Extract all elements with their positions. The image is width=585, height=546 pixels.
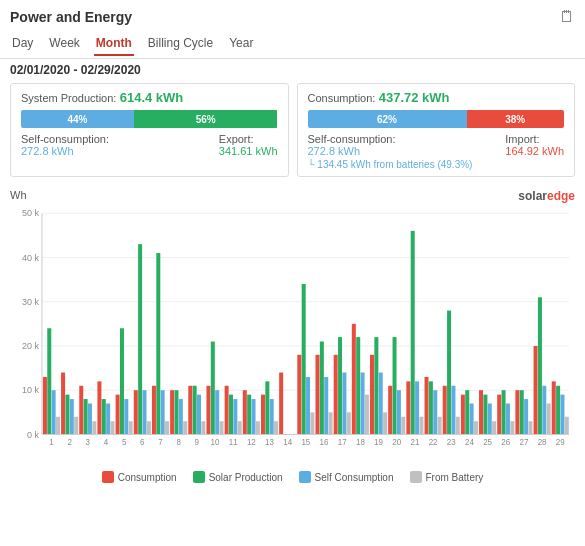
tab-year[interactable]: Year	[227, 32, 255, 56]
svg-rect-17	[61, 372, 65, 434]
svg-rect-93	[338, 337, 342, 434]
svg-rect-82	[297, 355, 301, 435]
production-bar-export: 56%	[134, 110, 278, 128]
svg-rect-39	[142, 390, 146, 434]
svg-rect-98	[356, 337, 360, 434]
svg-rect-38	[138, 244, 142, 434]
tab-billing-cycle[interactable]: Billing Cycle	[146, 32, 215, 56]
svg-rect-147	[534, 346, 538, 435]
chart-area: Wh solaredge 0 k10 k20 k30 k40 k50 k1234…	[0, 185, 585, 467]
svg-rect-15	[56, 417, 60, 435]
production-card: System Production: 614.4 kWh 44% 56% Sel…	[10, 83, 289, 177]
tab-week[interactable]: Week	[47, 32, 81, 56]
cons-self-stat: Self-consumption: 272.8 kWh	[308, 133, 396, 157]
svg-rect-155	[565, 417, 569, 435]
svg-text:20 k: 20 k	[22, 341, 39, 351]
svg-rect-64	[233, 399, 237, 434]
svg-rect-150	[547, 403, 551, 434]
svg-rect-122	[443, 386, 447, 435]
svg-rect-127	[461, 395, 465, 435]
svg-rect-19	[70, 399, 74, 434]
svg-rect-63	[229, 395, 233, 435]
svg-rect-129	[470, 403, 474, 434]
svg-rect-83	[302, 284, 306, 434]
svg-rect-49	[179, 399, 183, 434]
svg-rect-118	[429, 381, 433, 434]
svg-rect-135	[492, 421, 496, 434]
svg-rect-97	[352, 324, 356, 435]
svg-rect-75	[274, 421, 278, 434]
stats-row: System Production: 614.4 kWh 44% 56% Sel…	[0, 83, 585, 185]
svg-rect-90	[329, 412, 333, 434]
svg-rect-115	[419, 417, 423, 435]
svg-text:15: 15	[301, 438, 310, 447]
svg-rect-142	[515, 390, 519, 434]
svg-rect-20	[74, 417, 78, 435]
svg-rect-117	[425, 377, 429, 435]
svg-text:10: 10	[211, 438, 220, 447]
legend-item: Consumption	[102, 471, 177, 483]
brand-label: solaredge	[518, 189, 575, 203]
svg-rect-57	[206, 386, 210, 435]
svg-rect-89	[324, 377, 328, 435]
consumption-header: Consumption: 437.72 kWh	[308, 90, 565, 105]
svg-rect-105	[383, 412, 387, 434]
svg-rect-30	[111, 421, 115, 434]
svg-rect-145	[528, 421, 532, 434]
svg-text:2: 2	[67, 438, 72, 447]
svg-rect-123	[447, 311, 451, 435]
cons-self-label: Self-consumption:	[308, 133, 396, 145]
svg-rect-119	[433, 390, 437, 434]
svg-rect-52	[188, 386, 192, 435]
svg-text:40 k: 40 k	[22, 252, 39, 262]
svg-text:28: 28	[538, 438, 547, 447]
svg-rect-12	[43, 377, 47, 435]
svg-rect-149	[542, 386, 546, 435]
svg-rect-44	[161, 390, 165, 434]
svg-text:1: 1	[49, 438, 54, 447]
svg-rect-77	[279, 372, 283, 434]
svg-rect-133	[483, 395, 487, 435]
svg-rect-59	[215, 390, 219, 434]
svg-rect-14	[52, 390, 56, 434]
svg-text:21: 21	[410, 438, 419, 447]
battery-note: └ 134.45 kWh from batteries (49.3%)	[308, 159, 565, 170]
consumption-bar-self: 62%	[308, 110, 467, 128]
svg-rect-48	[174, 390, 178, 434]
tab-month[interactable]: Month	[94, 32, 134, 56]
svg-rect-102	[370, 355, 374, 435]
svg-rect-18	[65, 395, 69, 435]
consumption-bar-import: 38%	[467, 110, 564, 128]
svg-rect-37	[134, 390, 138, 434]
tabs: DayWeekMonthBilling CycleYear	[0, 30, 585, 59]
svg-rect-58	[211, 342, 215, 435]
svg-rect-87	[315, 355, 319, 435]
svg-text:18: 18	[356, 438, 365, 447]
svg-rect-109	[397, 390, 401, 434]
svg-text:0 k: 0 k	[27, 429, 39, 439]
export-icon[interactable]: 🗒	[559, 8, 575, 26]
svg-rect-112	[406, 381, 410, 434]
svg-rect-132	[479, 390, 483, 434]
svg-rect-110	[401, 417, 405, 435]
svg-rect-124	[451, 386, 455, 435]
brand-solar: solar	[518, 189, 547, 203]
svg-rect-140	[510, 421, 514, 434]
svg-rect-27	[97, 381, 101, 434]
svg-rect-68	[247, 395, 251, 435]
svg-rect-22	[79, 386, 83, 435]
svg-rect-92	[334, 355, 338, 435]
svg-rect-35	[129, 421, 133, 434]
svg-rect-103	[374, 337, 378, 434]
svg-rect-120	[438, 417, 442, 435]
tab-day[interactable]: Day	[10, 32, 35, 56]
svg-rect-28	[102, 399, 106, 434]
svg-rect-29	[106, 403, 110, 434]
svg-rect-94	[342, 372, 346, 434]
legend-item: Self Consumption	[299, 471, 394, 483]
svg-text:10 k: 10 k	[22, 385, 39, 395]
chart-y-label: Wh	[10, 189, 27, 201]
svg-rect-70	[256, 421, 260, 434]
svg-rect-72	[261, 395, 265, 435]
svg-rect-74	[270, 399, 274, 434]
